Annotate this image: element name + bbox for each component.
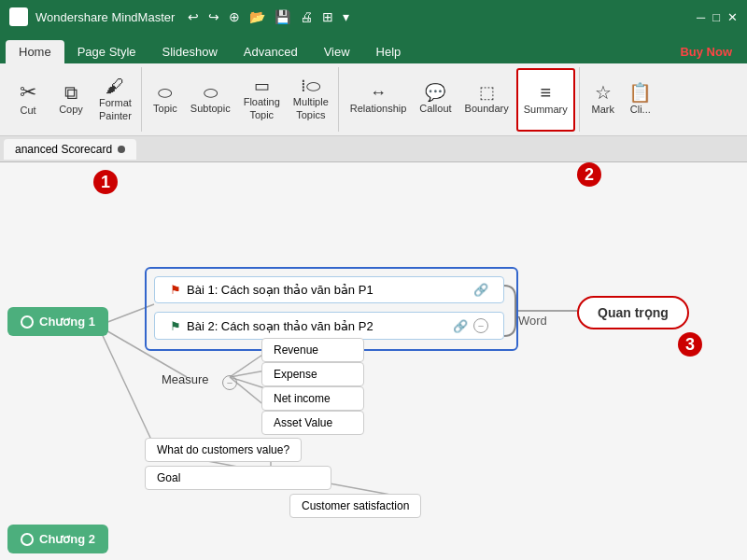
badge-3: 3	[678, 332, 702, 357]
copy-button[interactable]: ⧉ Copy	[50, 68, 92, 132]
customer-satisfaction-node[interactable]: Customer satisfaction	[289, 494, 421, 518]
format-painter-icon: 🖌	[106, 77, 124, 95]
multiple-topics-label: MultipleTopics	[293, 96, 329, 120]
canvas: 1 2 3 Chương 1 ⚑ Bài 1: Cách soạn thảo v…	[0, 162, 747, 560]
export-icon[interactable]: ⊞	[322, 9, 333, 24]
relation-group: ↔ Relationship 💬 Callout ⬚ Boundary ≡ Su…	[341, 67, 580, 132]
cut-label: Cut	[20, 105, 35, 117]
window-controls: ─ □ ✕	[697, 10, 738, 24]
revenue-node[interactable]: Revenue	[261, 338, 364, 362]
subtopic-icon: ⬭	[204, 84, 218, 101]
expense-label: Expense	[274, 368, 317, 381]
topic2-flag-icon: ⚑	[170, 319, 181, 333]
tab-advanced[interactable]: Advanced	[231, 40, 311, 63]
minimize-icon[interactable]: ─	[697, 10, 705, 24]
relationship-icon: ↔	[370, 84, 387, 101]
undo-icon[interactable]: ↩	[188, 9, 199, 24]
tab-help[interactable]: Help	[363, 40, 415, 63]
chapter2-node[interactable]: Chương 2	[7, 525, 108, 553]
save-icon[interactable]: 💾	[275, 9, 290, 24]
floating-topic-label: FloatingTopic	[244, 96, 280, 120]
subtopic-label: Subtopic	[190, 103, 231, 115]
topic2-label: Bài 2: Cách soạn thảo văn bản P2	[187, 319, 374, 333]
topic1-link-icon[interactable]: 🔗	[473, 283, 488, 297]
summary-label: Summary	[524, 104, 568, 116]
mark-group: ☆ Mark 📋 Cli...	[582, 67, 662, 132]
app-title: Wondershare MindMaster	[35, 10, 175, 24]
chapter1-label: Chương 1	[39, 315, 95, 329]
tab-slideshow[interactable]: Slideshow	[149, 40, 231, 63]
topic2-node[interactable]: ⚑ Bài 2: Cách soạn thảo văn bản P2 🔗 −	[154, 312, 504, 340]
title-controls: ↩ ↪ ⊕ 📂 💾 🖨 ⊞ ▾	[188, 9, 349, 24]
doc-tab-label: ananced Scorecard	[15, 143, 112, 156]
clip-button[interactable]: 📋 Cli...	[623, 68, 658, 132]
topic1-flag-icon: ⚑	[170, 283, 181, 297]
tab-page-style[interactable]: Page Style	[64, 40, 149, 63]
goal-node[interactable]: Goal	[145, 466, 331, 490]
callout-label: Callout	[419, 103, 451, 115]
tab-view[interactable]: View	[311, 40, 363, 63]
topic1-label: Bài 1: Cách soạn thảo văn bản P1	[187, 283, 374, 297]
goal-label: Goal	[157, 471, 180, 484]
more-icon[interactable]: ▾	[343, 9, 349, 24]
ribbon-tabs: Home Page Style Slideshow Advanced View …	[0, 34, 747, 63]
titlebar: Wondershare MindMaster ↩ ↪ ⊕ 📂 💾 🖨 ⊞ ▾ ─…	[0, 0, 747, 34]
callout-icon: 💬	[425, 84, 445, 101]
net-income-node[interactable]: Net income	[261, 386, 364, 411]
summary-icon: ≡	[540, 83, 551, 102]
mark-button[interactable]: ☆ Mark	[585, 68, 621, 132]
tab-home[interactable]: Home	[6, 40, 64, 63]
floating-topic-button[interactable]: ▭ FloatingTopic	[238, 68, 286, 132]
cut-button[interactable]: ✂ Cut	[7, 68, 49, 132]
chapter1-node[interactable]: Chương 1	[7, 307, 108, 336]
copy-icon: ⧉	[64, 83, 78, 102]
new-icon[interactable]: ⊕	[229, 9, 240, 24]
boundary-button[interactable]: ⬚ Boundary	[459, 68, 514, 132]
ribbon-toolbar: ✂ Cut ⧉ Copy 🖌 FormatPainter ⬭ Topic ⬭ S…	[0, 63, 747, 136]
buy-now-button[interactable]: Buy Now	[670, 40, 741, 63]
topic2-collapse-icon[interactable]: −	[473, 318, 488, 333]
boundary-label: Boundary	[465, 103, 509, 115]
redo-icon[interactable]: ↪	[208, 9, 219, 24]
topic-button[interactable]: ⬭ Topic	[148, 68, 183, 132]
chapter2-circle-icon	[21, 533, 34, 546]
copy-label: Copy	[59, 104, 83, 116]
maximize-icon[interactable]: □	[712, 10, 720, 24]
asset-value-label: Asset Value	[274, 416, 332, 429]
clip-label: Cli...	[630, 104, 651, 116]
clip-icon: 📋	[628, 83, 652, 102]
topic-icon: ⬭	[158, 84, 172, 101]
format-painter-button[interactable]: 🖌 FormatPainter	[93, 68, 137, 132]
subtopic-button[interactable]: ⬭ Subtopic	[185, 68, 236, 132]
format-painter-label: FormatPainter	[99, 97, 132, 121]
multiple-topics-button[interactable]: ⁞⬭ MultipleTopics	[288, 68, 334, 132]
floating-topic-icon: ▭	[254, 77, 270, 94]
clipboard-group: ✂ Cut ⧉ Copy 🖌 FormatPainter	[4, 67, 142, 132]
topic1-node[interactable]: ⚑ Bài 1: Cách soạn thảo văn bản P1 🔗	[154, 276, 504, 303]
summary-button[interactable]: ≡ Summary	[516, 68, 575, 132]
badge-2: 2	[577, 162, 601, 187]
question-label: What do customers value?	[157, 443, 289, 456]
asset-value-node[interactable]: Asset Value	[261, 411, 364, 435]
relationship-button[interactable]: ↔ Relationship	[345, 68, 413, 132]
summary-node[interactable]: Quan trọng	[577, 296, 689, 329]
topic-label: Topic	[153, 103, 177, 115]
print-icon[interactable]: 🖨	[300, 9, 313, 24]
close-icon[interactable]: ✕	[727, 10, 738, 24]
relationship-label: Relationship	[350, 103, 407, 115]
doc-tab-scorecard[interactable]: ananced Scorecard	[4, 139, 136, 160]
boundary-icon: ⬚	[479, 84, 495, 101]
revenue-label: Revenue	[274, 343, 318, 357]
topic2-link-icon[interactable]: 🔗	[453, 319, 468, 333]
open-icon[interactable]: 📂	[249, 9, 265, 24]
expense-node[interactable]: Expense	[261, 362, 364, 386]
chapter1-circle-icon	[21, 315, 34, 329]
mark-label: Mark	[592, 104, 614, 116]
net-income-label: Net income	[274, 392, 331, 405]
measure-collapse-icon[interactable]: −	[222, 375, 237, 390]
measure-label: Measure	[162, 372, 209, 386]
doc-tabs: ananced Scorecard	[0, 136, 747, 162]
app-logo-icon	[9, 7, 28, 26]
question-node[interactable]: What do customers value?	[145, 438, 302, 462]
callout-button[interactable]: 💬 Callout	[414, 68, 457, 132]
